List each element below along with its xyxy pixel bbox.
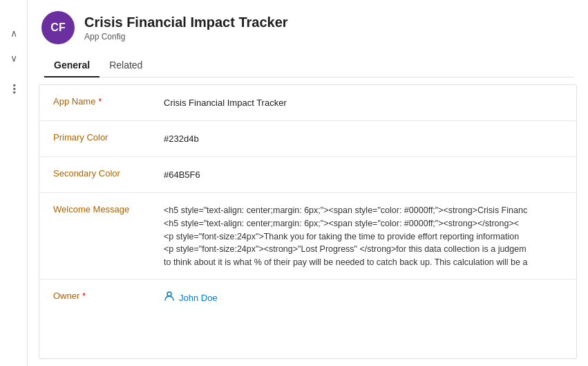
sidebar: ∧ ∨ ••• <box>0 0 28 366</box>
sidebar-chevron-up[interactable]: ∧ <box>10 28 17 39</box>
sidebar-more-icon[interactable]: ••• <box>8 84 18 95</box>
tab-related[interactable]: Related <box>99 54 152 77</box>
field-value-app-name: Crisis Financial Impact Tracker <box>164 95 562 110</box>
avatar-initials: CF <box>50 21 65 34</box>
main-content: CF Crisis Financial Impact Tracker App C… <box>28 0 588 366</box>
form-container: App Name * Crisis Financial Impact Track… <box>39 84 577 359</box>
field-value-secondary-color: #64B5F6 <box>164 167 562 182</box>
field-label-secondary-color: Secondary Color <box>53 167 164 179</box>
sidebar-chevron-down[interactable]: ∨ <box>10 53 17 64</box>
owner-row: John Doe <box>164 291 562 306</box>
tabs: General Related <box>41 54 574 77</box>
required-star-owner: * <box>82 291 86 301</box>
field-value-primary-color: #232d4b <box>164 131 562 146</box>
field-label-welcome-message: Welcome Message <box>53 203 164 214</box>
header: CF Crisis Financial Impact Tracker App C… <box>28 0 588 77</box>
required-star-app-name: * <box>98 97 102 107</box>
field-row-welcome-message: Welcome Message <h5 style="text-align: c… <box>39 193 576 280</box>
svg-point-0 <box>167 292 171 296</box>
person-icon <box>164 291 175 306</box>
owner-name[interactable]: John Doe <box>179 291 218 305</box>
field-label-primary-color: Primary Color <box>53 131 164 143</box>
field-value-owner: John Doe <box>164 289 562 306</box>
header-text: Crisis Financial Impact Tracker App Conf… <box>84 14 288 42</box>
field-row-owner: Owner * John Doe <box>39 280 576 315</box>
field-row-app-name: App Name * Crisis Financial Impact Track… <box>39 85 576 121</box>
header-top: CF Crisis Financial Impact Tracker App C… <box>41 11 574 44</box>
field-row-secondary-color: Secondary Color #64B5F6 <box>39 157 576 193</box>
field-label-owner: Owner * <box>53 289 164 301</box>
tab-general[interactable]: General <box>44 54 99 77</box>
field-value-welcome-message: <h5 style="text-align: center;margin: 6p… <box>164 203 562 269</box>
app-title: Crisis Financial Impact Tracker <box>84 14 288 30</box>
field-label-app-name: App Name * <box>53 95 164 107</box>
app-subtitle: App Config <box>84 32 288 42</box>
avatar: CF <box>41 11 75 44</box>
field-row-primary-color: Primary Color #232d4b <box>39 121 576 157</box>
